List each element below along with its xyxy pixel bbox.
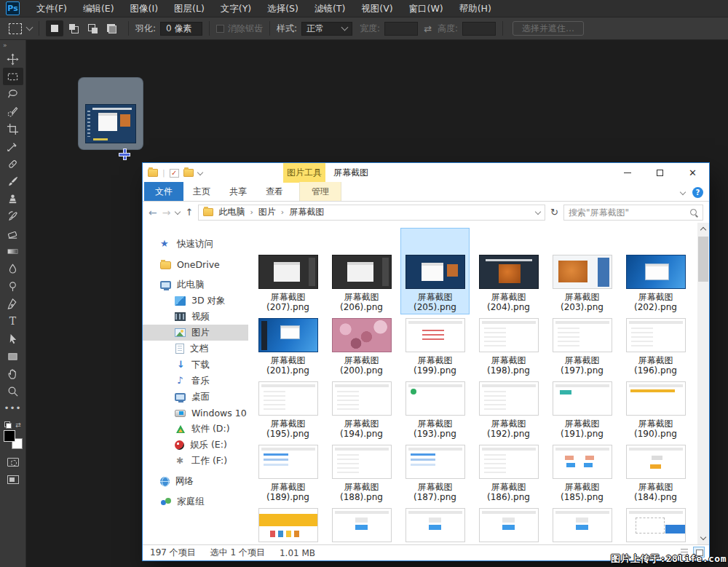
properties-check-icon[interactable]: ✓ xyxy=(170,169,179,178)
new-selection-button[interactable] xyxy=(46,20,63,36)
gradient-tool[interactable] xyxy=(3,242,23,260)
menu-item[interactable]: 选择(S) xyxy=(259,0,306,17)
file-item[interactable]: 屏幕截图(207).png xyxy=(251,255,325,318)
breadcrumb[interactable]: 此电脑›图片›屏幕截图 xyxy=(198,205,545,221)
breadcrumb-item[interactable]: 此电脑 xyxy=(217,206,246,218)
dodge-tool[interactable] xyxy=(3,277,23,295)
sidebar-item-3D 对象[interactable]: 3D 对象 xyxy=(143,293,248,309)
menu-item[interactable]: 视图(V) xyxy=(353,0,400,17)
menu-item[interactable]: 编辑(E) xyxy=(75,0,122,17)
screen-mode-button[interactable] xyxy=(3,471,23,488)
scroll-down-button[interactable] xyxy=(697,532,709,544)
file-item[interactable] xyxy=(325,508,398,544)
file-item[interactable]: 屏幕截图(206).png xyxy=(325,255,398,318)
quick-selection-tool[interactable] xyxy=(3,103,23,120)
menu-item[interactable]: 图像(I) xyxy=(122,0,166,17)
foreground-color-swatch[interactable] xyxy=(4,430,15,442)
tab-查看[interactable]: 查看 xyxy=(256,182,293,201)
close-button[interactable]: ✕ xyxy=(676,163,709,183)
customize-toolbar-chevron-icon[interactable] xyxy=(197,169,202,175)
file-item[interactable]: 屏幕截图(196).png xyxy=(619,318,692,381)
file-item[interactable]: 屏幕截图(192).png xyxy=(472,381,545,445)
sidebar-item-Windows 10 (C:)[interactable]: Windows 10 (C:) xyxy=(143,405,248,421)
sidebar-item-工作 (F:)[interactable]: 工作 (F:) xyxy=(143,453,248,469)
subtract-from-selection-button[interactable] xyxy=(84,20,101,36)
file-item[interactable]: 屏幕截图(190).png xyxy=(619,381,692,445)
tab-共享[interactable]: 共享 xyxy=(220,182,256,201)
file-item[interactable]: 屏幕截图(186).png xyxy=(472,445,545,508)
tab-主页[interactable]: 主页 xyxy=(183,182,220,201)
window-menu-folder-icon[interactable] xyxy=(148,169,158,177)
search-icon[interactable] xyxy=(689,208,698,217)
file-item[interactable] xyxy=(619,508,692,544)
file-item[interactable]: 屏幕截图(201).png xyxy=(251,318,325,381)
file-item-partial[interactable] xyxy=(692,445,697,508)
rectangular-marquee-tool[interactable] xyxy=(3,68,23,85)
file-item[interactable]: 屏幕截图(193).png xyxy=(398,381,472,445)
tab-文件[interactable]: 文件 xyxy=(144,182,183,201)
file-item[interactable]: 屏幕截图(187).png xyxy=(398,445,472,508)
pen-tool[interactable] xyxy=(3,295,23,312)
crop-tool[interactable] xyxy=(3,120,23,138)
breadcrumb-item[interactable]: 屏幕截图 xyxy=(288,206,325,218)
search-input[interactable] xyxy=(569,207,689,218)
canvas-document[interactable] xyxy=(79,78,143,149)
search-box[interactable] xyxy=(563,205,703,221)
menu-item[interactable]: 文字(Y) xyxy=(213,0,259,17)
menu-item[interactable]: 图层(L) xyxy=(166,0,213,17)
select-and-mask-button[interactable]: 选择并遮住… xyxy=(513,21,584,36)
file-item[interactable]: 屏幕截图(195).png xyxy=(251,381,325,445)
recent-locations-chevron-icon[interactable] xyxy=(175,208,181,214)
type-tool[interactable]: T xyxy=(3,312,23,330)
brush-tool[interactable] xyxy=(3,173,23,190)
move-tool[interactable] xyxy=(3,50,23,68)
add-to-selection-button[interactable] xyxy=(65,20,82,36)
file-item[interactable] xyxy=(472,508,545,544)
tool-preset-icon[interactable] xyxy=(9,23,22,34)
file-item[interactable]: 屏幕截图(197).png xyxy=(545,318,619,381)
zoom-tool[interactable] xyxy=(3,382,23,400)
file-item[interactable]: 屏幕截图(198).png xyxy=(472,318,545,381)
swap-width-height-icon[interactable]: ⇄ xyxy=(424,23,432,34)
width-input[interactable] xyxy=(384,22,418,36)
eraser-tool[interactable] xyxy=(3,225,23,242)
up-button[interactable]: ↑ xyxy=(185,207,193,218)
scrollbar-thumb[interactable] xyxy=(698,237,708,282)
menu-item[interactable]: 滤镜(T) xyxy=(306,0,353,17)
sidebar-item-娱乐 (E:)[interactable]: 娱乐 (E:) xyxy=(143,437,248,453)
menu-item[interactable]: 帮助(H) xyxy=(451,0,499,17)
help-icon[interactable]: ? xyxy=(692,187,703,198)
explorer-title-bar[interactable]: | ✓ 图片工具 屏幕截图 ✕ xyxy=(143,163,709,183)
sidebar-item-音乐[interactable]: 音乐 xyxy=(143,373,248,389)
collapse-ribbon-chevron-icon[interactable] xyxy=(680,189,686,194)
file-item[interactable]: 屏幕截图(184).png xyxy=(619,445,692,508)
intersect-selection-button[interactable] xyxy=(103,20,120,36)
file-item[interactable]: 屏幕截图(188).png xyxy=(325,445,398,508)
file-item-partial[interactable] xyxy=(692,381,697,445)
file-item[interactable]: 屏幕截图(204).png xyxy=(472,255,545,318)
toolbar-collapse-icon[interactable]: » xyxy=(0,40,7,50)
rectangle-tool[interactable] xyxy=(3,347,23,365)
edit-toolbar-button[interactable]: ••• xyxy=(3,400,23,417)
scroll-up-button[interactable] xyxy=(697,223,709,235)
back-button[interactable]: ← xyxy=(149,207,157,218)
tool-preset-chevron-icon[interactable] xyxy=(26,24,33,31)
breadcrumb-item[interactable]: 图片 xyxy=(257,206,277,218)
feather-input[interactable]: 0 像素 xyxy=(160,22,202,36)
default-colors-icon[interactable] xyxy=(4,421,12,429)
file-item[interactable]: 屏幕截图(185).png xyxy=(545,445,619,508)
file-item[interactable]: 屏幕截图(194).png xyxy=(325,381,398,445)
file-item[interactable]: 屏幕截图(202).png xyxy=(619,255,692,318)
forward-button[interactable]: → xyxy=(162,207,171,218)
new-folder-icon[interactable] xyxy=(183,169,194,177)
file-item[interactable]: 屏幕截图(191).png xyxy=(545,381,619,445)
menu-item[interactable]: 窗口(W) xyxy=(401,0,451,17)
eyedropper-tool[interactable] xyxy=(3,138,23,155)
sidebar-item-家庭组[interactable]: 家庭组 xyxy=(143,493,248,509)
swap-colors-icon[interactable]: ⇄ xyxy=(15,421,21,429)
file-item[interactable]: 屏幕截图(203).png xyxy=(545,255,619,318)
file-item[interactable] xyxy=(545,508,619,544)
refresh-icon[interactable]: ↻ xyxy=(550,207,558,218)
height-input[interactable] xyxy=(462,22,496,36)
address-dropdown-chevron-icon[interactable] xyxy=(535,208,541,214)
